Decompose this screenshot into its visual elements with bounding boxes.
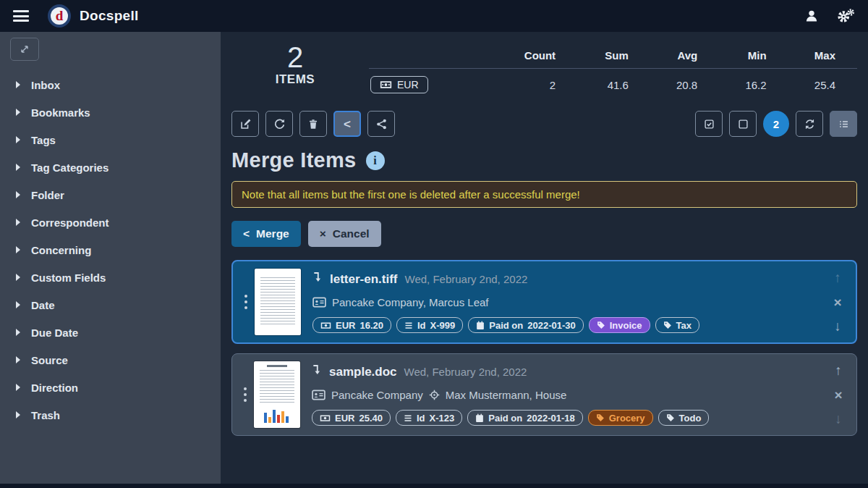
move-up-button[interactable]: ↑ (835, 363, 842, 377)
id-badge: Id X-123 (396, 410, 462, 426)
settings-button[interactable] (836, 8, 855, 24)
caret-right-icon (16, 191, 20, 198)
item-date: Wed, February 2nd, 2022 (404, 366, 527, 378)
tag-label: Todo (679, 413, 702, 424)
page-head: Merge Items i (231, 148, 857, 172)
reload-button[interactable] (265, 111, 293, 137)
invert-selection-button[interactable] (796, 111, 823, 137)
stats-col-max: Max (788, 41, 857, 69)
check-square-icon (703, 118, 715, 130)
tag-badge-tax: Tax (655, 317, 699, 333)
toolbar-right-group: 2 (695, 111, 857, 137)
sidebar-item-label: Due Date (31, 327, 78, 339)
stats-col-min: Min (719, 41, 788, 69)
merge-button-label: Merge (256, 227, 289, 240)
caret-right-icon (16, 329, 20, 336)
paid-label: Paid on (489, 320, 523, 331)
sidebar-item-label: Custom Fields (31, 272, 106, 284)
delete-items-button[interactable] (299, 111, 327, 137)
move-up-button[interactable]: ↑ (834, 271, 841, 285)
sidebar-item-trash[interactable]: Trash (10, 401, 210, 429)
money-bill-icon (320, 414, 331, 422)
merge-item-card-2[interactable]: sample.doc Wed, February 2nd, 2022 Panca… (231, 353, 857, 436)
paid-label: Paid on (488, 413, 522, 424)
item-concerning: Max Mustermann, House (446, 389, 567, 401)
sidebar-item-label: Bookmarks (31, 106, 90, 119)
caret-right-icon (16, 411, 20, 418)
stats-table: Count Sum Avg Min Max (369, 41, 857, 98)
cancel-button[interactable]: × Cancel (308, 221, 381, 247)
sidebar-item-due-date[interactable]: Due Date (10, 319, 210, 346)
share-icon (375, 118, 388, 130)
remove-item-button[interactable]: × (834, 388, 842, 402)
remove-item-button[interactable]: × (833, 295, 841, 309)
move-down-button[interactable]: ↓ (835, 412, 842, 426)
sidebar-item-label: Source (31, 354, 68, 366)
item-badges: EUR 25.40 Id X-123 (312, 410, 827, 426)
item-date: Wed, February 2nd, 2022 (405, 273, 528, 285)
money-bill-icon (320, 321, 331, 329)
cancel-button-label: Cancel (333, 227, 370, 240)
app-title[interactable]: Docspell (80, 8, 139, 24)
paid-badge: Paid on 2022-01-30 (468, 317, 583, 333)
tag-badge-grocery: Grocery (588, 410, 653, 426)
items-count: 2 ITEMS (252, 42, 339, 87)
caret-right-icon (16, 301, 20, 308)
share-items-button[interactable] (367, 111, 395, 137)
tag-label: Invoice (610, 320, 642, 331)
stats-value-row: EUR 2 41.6 20.8 16.2 25.4 (369, 69, 857, 98)
user-icon (804, 9, 819, 23)
sidebar-item-custom-fields[interactable]: Custom Fields (10, 264, 210, 291)
drag-handle-icon[interactable] (237, 269, 255, 335)
sidebar-item-direction[interactable]: Direction (10, 374, 210, 401)
sidebar-item-bookmarks[interactable]: Bookmarks (10, 98, 210, 126)
address-card-icon (312, 297, 326, 308)
merge-confirm-button[interactable]: < Merge (231, 221, 301, 247)
item-correspondent: Pancake Company, Marcus Leaf (332, 296, 489, 308)
items-count-label: ITEMS (252, 72, 339, 87)
id-label: Id (417, 320, 426, 331)
drag-handle-icon[interactable] (237, 361, 254, 428)
stats-col-sum: Sum (577, 41, 650, 69)
docspell-logo[interactable]: d (48, 4, 71, 28)
stats-col-avg: Avg (650, 41, 719, 69)
caret-right-icon (16, 274, 20, 281)
caret-right-icon (16, 164, 20, 171)
merge-item-card-1[interactable]: letter-en.tiff Wed, February 2nd, 2022 P… (231, 260, 857, 344)
merge-items-button[interactable]: < (333, 111, 361, 137)
deselect-all-button[interactable] (729, 111, 757, 137)
list-view-button[interactable] (830, 111, 857, 137)
sidebar-collapse-button[interactable] (10, 38, 39, 61)
sidebar-item-folder[interactable]: Folder (10, 181, 210, 209)
paid-date: 2022-01-30 (527, 320, 576, 331)
redo-icon (273, 118, 286, 130)
sidebar-item-date[interactable]: Date (10, 291, 210, 319)
sidebar-item-label: Trash (31, 409, 60, 421)
item-controls: ↑ × ↓ (827, 361, 849, 428)
sidebar-item-source[interactable]: Source (10, 346, 210, 374)
sidebar-item-label: Tags (31, 134, 56, 146)
tag-icon (663, 321, 672, 329)
info-icon[interactable]: i (366, 151, 385, 170)
trash-icon (307, 118, 319, 130)
edit-items-button[interactable] (231, 111, 259, 137)
level-down-icon (312, 363, 322, 376)
sidebar-item-label: Inbox (31, 79, 60, 91)
amount-value: 25.40 (359, 413, 383, 424)
sidebar-item-inbox[interactable]: Inbox (10, 71, 210, 98)
list-icon (838, 118, 850, 130)
select-all-button[interactable] (695, 111, 723, 137)
move-down-button[interactable]: ↓ (834, 319, 841, 333)
tag-icon (666, 413, 675, 422)
sidebar-item-tags[interactable]: Tags (10, 126, 210, 153)
item-thumbnail (254, 361, 300, 428)
menu-hamburger-icon[interactable] (13, 10, 29, 22)
item-details: sample.doc Wed, February 2nd, 2022 Panca… (312, 361, 827, 428)
sidebar-item-concerning[interactable]: Concerning (10, 236, 210, 264)
sidebar-item-correspondent[interactable]: Correspondent (10, 209, 210, 236)
user-account-button[interactable] (804, 9, 819, 23)
expand-diagonal-icon (19, 43, 30, 55)
sidebar-item-tag-categories[interactable]: Tag Categories (10, 153, 210, 181)
item-details: letter-en.tiff Wed, February 2nd, 2022 P… (312, 269, 827, 335)
top-navbar: d Docspell (0, 0, 868, 32)
